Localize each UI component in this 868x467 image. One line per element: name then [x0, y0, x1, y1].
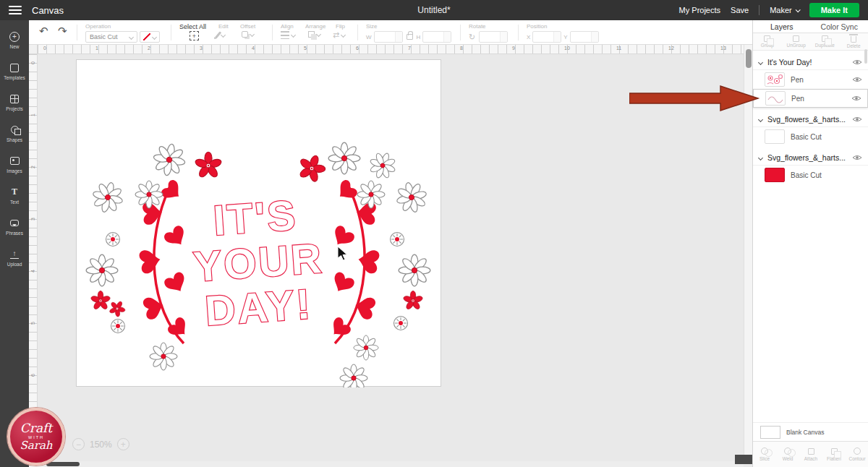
panel-bottom-actions: Slice Weld Attach Flatten Contour: [753, 441, 868, 467]
ruler-number: 9: [512, 46, 515, 51]
ruler-number: 4: [252, 46, 255, 51]
templates-icon: [9, 63, 20, 73]
position-x-input[interactable]: [532, 31, 561, 43]
layer-group-its-your-day[interactable]: It's Your Day!: [753, 55, 868, 70]
sidebar-item-label: Upload: [7, 262, 22, 267]
pen-color-icon: [143, 33, 150, 40]
visibility-eye-icon[interactable]: [852, 116, 862, 123]
weld-icon: [784, 447, 791, 455]
upload-icon: ↑: [9, 249, 20, 260]
offset-dropdown[interactable]: [242, 31, 254, 38]
visibility-eye-icon[interactable]: [851, 95, 861, 102]
text-icon: T: [9, 187, 20, 197]
my-projects-link[interactable]: My Projects: [679, 6, 720, 14]
ruler-number: 3: [30, 218, 35, 220]
offset-icon: [242, 31, 248, 38]
flip-dropdown[interactable]: ⇄: [333, 31, 345, 39]
tab-color-sync[interactable]: Color Sync: [811, 20, 868, 33]
operation-value: Basic Cut: [90, 33, 118, 40]
flatten-button[interactable]: Flatten: [822, 442, 846, 467]
width-label: W: [366, 34, 372, 40]
red-cut-thumbnail: [765, 168, 785, 182]
align-icon: [281, 31, 289, 39]
visibility-eye-icon[interactable]: [852, 76, 862, 83]
vertical-scrollbar-thumb[interactable]: [746, 49, 752, 68]
ruler-number: 1: [30, 113, 35, 116]
delete-button[interactable]: Delete: [839, 33, 868, 50]
horizontal-scrollbar[interactable]: [29, 461, 744, 467]
layer-group-svg-flowers-1[interactable]: Svg_flowers_&_harts...: [753, 112, 868, 127]
slice-button[interactable]: Slice: [753, 442, 776, 467]
height-input[interactable]: [422, 31, 451, 43]
ruler-corner: [29, 45, 38, 54]
vertical-scrollbar[interactable]: [744, 45, 752, 461]
chevron-down-icon: [291, 33, 296, 38]
machine-name: Maker: [770, 6, 792, 14]
blank-canvas-row[interactable]: Blank Canvas: [753, 422, 868, 441]
select-all-button[interactable]: +: [190, 31, 199, 40]
make-it-button[interactable]: Make It: [809, 3, 859, 17]
operation-select[interactable]: Basic Cut: [85, 31, 137, 43]
sidebar-item-upload[interactable]: ↑ Upload: [0, 242, 29, 273]
layer-row-basic-cut-red[interactable]: Basic Cut: [753, 166, 868, 184]
chevron-down-icon: [250, 32, 255, 37]
lock-icon[interactable]: [407, 34, 413, 40]
ruler-number: 1: [95, 46, 98, 51]
zoom-level: 150%: [90, 440, 112, 450]
sidebar-item-new[interactable]: + New: [0, 25, 29, 56]
layers-panel: Layers Color Sync Group UnGroup Duplicat…: [752, 20, 868, 467]
panel-scrollbar-thumb[interactable]: [864, 49, 867, 64]
align-dropdown[interactable]: [281, 31, 295, 39]
edit-dropdown[interactable]: [217, 31, 225, 39]
sidebar-item-projects[interactable]: Projects: [0, 87, 29, 118]
pen-color-swatch[interactable]: [140, 31, 160, 43]
sidebar-item-phrases[interactable]: Phrases: [0, 211, 29, 242]
width-input[interactable]: [374, 31, 403, 43]
layer-row-pen-1[interactable]: Pen: [753, 70, 868, 89]
menu-icon[interactable]: [9, 6, 22, 14]
redo-button[interactable]: ↷: [58, 25, 67, 36]
duplicate-button[interactable]: Duplicate: [811, 33, 840, 50]
undo-button[interactable]: ↶: [39, 25, 48, 36]
visibility-eye-icon[interactable]: [852, 59, 862, 66]
zoom-out-button[interactable]: −: [72, 438, 85, 450]
weld-button[interactable]: Weld: [776, 442, 799, 467]
craft-with-sarah-logo: Craft with Sarah: [7, 408, 65, 466]
layer-group-svg-flowers-2[interactable]: Svg_flowers_&_harts...: [753, 150, 868, 166]
sidebar-item-text[interactable]: T Text: [0, 180, 29, 211]
arrange-dropdown[interactable]: [308, 31, 320, 38]
visibility-eye-icon[interactable]: [852, 154, 862, 161]
rotate-input[interactable]: [479, 31, 508, 43]
tab-layers[interactable]: Layers: [753, 20, 811, 33]
topbar-divider: [759, 5, 760, 15]
save-link[interactable]: Save: [731, 6, 749, 14]
layer-row-pen-2-selected[interactable]: Pen: [753, 89, 868, 108]
toolbar-divider: [460, 25, 461, 40]
chevron-down-icon: [316, 32, 321, 37]
layer-group-title: Svg_flowers_&_harts...: [767, 153, 852, 162]
sidebar-item-templates[interactable]: Templates: [0, 56, 29, 87]
slice-icon: [761, 447, 768, 455]
attach-button[interactable]: Attach: [799, 442, 822, 467]
group-icon: [764, 35, 770, 42]
toolbar-divider: [171, 25, 171, 40]
ungroup-button[interactable]: UnGroup: [782, 33, 811, 50]
sidebar-item-images[interactable]: Images: [0, 149, 29, 180]
layer-list: It's Your Day! Pen Pen Svg_flower: [753, 51, 868, 184]
machine-selector[interactable]: Maker: [770, 6, 799, 14]
contour-button[interactable]: Contour: [846, 442, 868, 467]
artboard[interactable]: IT'S YOUR DAY!: [76, 59, 441, 387]
layer-row-basic-cut-white[interactable]: Basic Cut: [753, 127, 868, 146]
position-y-input[interactable]: [570, 31, 599, 43]
horizontal-scrollbar-thumb[interactable]: [46, 462, 80, 466]
layer-type-label: Basic Cut: [791, 171, 862, 179]
layer-type-label: Pen: [791, 76, 852, 84]
sidebar-item-shapes[interactable]: Shapes: [0, 118, 29, 149]
canvas-workspace[interactable]: 0 1 2 3 4 5 6 7 8 9 10 11 12 13 0 1 2 3 …: [29, 45, 744, 467]
zoom-in-button[interactable]: +: [117, 438, 129, 450]
ruler-number: 6: [30, 374, 35, 377]
design-its-your-day[interactable]: IT'S YOUR DAY!: [77, 60, 442, 387]
group-button[interactable]: Group: [753, 33, 782, 50]
size-label: Size: [366, 23, 378, 30]
projects-icon: [9, 94, 20, 104]
